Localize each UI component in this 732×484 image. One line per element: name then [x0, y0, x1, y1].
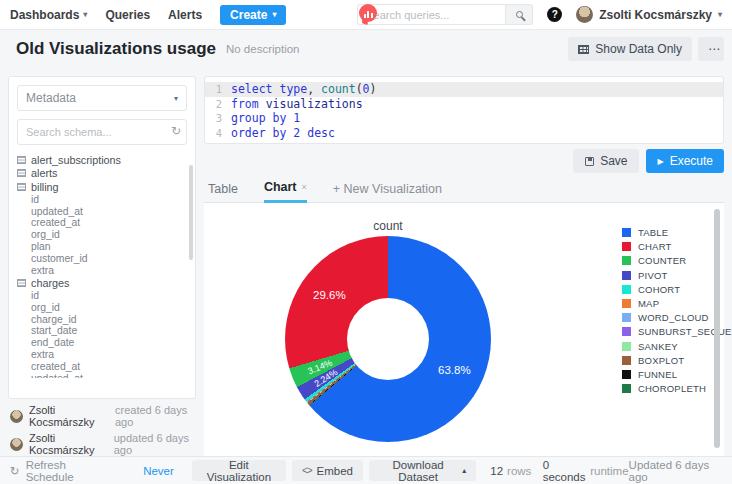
query-footer: ↻ Refresh Schedule Never Edit Visualizat…: [0, 456, 732, 484]
schema-item[interactable]: charge_id: [17, 313, 187, 325]
table-icon: [578, 45, 589, 54]
refresh-schema-icon[interactable]: ↻: [171, 124, 181, 138]
chevron-down-icon: ▾: [718, 10, 722, 19]
donut-chart[interactable]: 63.8%29.6%3.14%2.24%: [285, 236, 491, 442]
query-meta: Zsolti Kocsmárszky created 6 days ago Zs…: [8, 399, 196, 456]
nav-queries[interactable]: Queries: [105, 8, 150, 22]
schema-item[interactable]: start_date: [17, 325, 187, 337]
sql-line[interactable]: 4order by 2 desc: [205, 126, 723, 141]
refresh-icon: ↻: [10, 464, 20, 478]
line-number: 4: [205, 126, 231, 141]
play-icon: ▶: [657, 157, 663, 166]
legend-swatch-icon: [622, 356, 631, 365]
schema-item[interactable]: org_id: [17, 301, 187, 313]
schema-search: ↻: [17, 119, 187, 145]
data-source-select[interactable]: Metadata ▾: [17, 85, 187, 111]
header-actions: Show Data Only ⋯: [568, 37, 724, 61]
main-nav: Dashboards ▾ Queries Alerts Create ▾: [10, 5, 286, 25]
schema-item[interactable]: end_date: [17, 337, 187, 349]
schema-item[interactable]: org_id: [17, 229, 187, 241]
logo-bar-icon: [364, 14, 366, 18]
creator-name[interactable]: Zsolti Kocsmárszky: [29, 404, 109, 428]
schema-item[interactable]: updated_at: [17, 372, 187, 378]
vertical-scrollbar[interactable]: [714, 209, 720, 448]
logo-bar-icon: [371, 13, 373, 18]
sql-line[interactable]: 1select type, count(0): [205, 82, 723, 97]
legend-swatch-icon: [622, 256, 631, 265]
redash-logo[interactable]: [358, 4, 378, 26]
schema-item[interactable]: customer_id: [17, 252, 187, 264]
tab-chart[interactable]: Chart ×: [264, 180, 307, 203]
schema-item[interactable]: extra: [17, 264, 187, 276]
result-stats: 12 rows 0 seconds runtime: [490, 459, 628, 483]
line-number: 3: [205, 111, 231, 126]
avatar: [10, 410, 23, 423]
help-icon[interactable]: ?: [547, 7, 562, 22]
donut-hole: [347, 298, 429, 380]
nav-dashboards[interactable]: Dashboards ▾: [10, 8, 87, 22]
schema-search-input[interactable]: [17, 119, 187, 145]
schema-item[interactable]: charges: [17, 276, 187, 290]
close-icon[interactable]: ×: [302, 182, 307, 192]
page-title: Old Visualizations usage: [16, 39, 216, 59]
schema-item[interactable]: updated_at: [17, 205, 187, 217]
schema-item[interactable]: created_at: [17, 360, 187, 372]
query-description[interactable]: No description: [226, 43, 300, 55]
nav-alerts[interactable]: Alerts: [168, 8, 202, 22]
download-dataset-button[interactable]: Download Dataset ▴: [369, 460, 476, 481]
chart-panel: count 63.8%29.6%3.14%2.24% TABLE CHART: [204, 203, 724, 456]
search-icon: [516, 11, 523, 18]
schema-item[interactable]: created_at: [17, 217, 187, 229]
logo-bar-icon: [367, 11, 369, 18]
schema-item[interactable]: plan: [17, 241, 187, 253]
footer-buttons: Edit Visualization <> Embed Download Dat…: [192, 460, 476, 481]
legend-swatch-icon: [622, 242, 631, 251]
line-number: 1: [205, 82, 231, 97]
sql-line[interactable]: 3group by 1: [205, 111, 723, 126]
schema-item[interactable]: id: [17, 194, 187, 206]
execute-button[interactable]: ▶ Execute: [646, 149, 724, 173]
chevron-down-icon: ▾: [83, 10, 87, 19]
tab-table[interactable]: Table: [208, 182, 238, 202]
schema-item[interactable]: id: [17, 290, 187, 302]
updated-row: Zsolti Kocsmárszky updated 6 days ago: [10, 432, 194, 456]
nav-right: ? Zsolti Kocsmárszky ▾: [357, 4, 722, 25]
legend-swatch-icon: [622, 271, 631, 280]
sql-line[interactable]: 2from visualizations: [205, 97, 723, 112]
code-icon: <>: [302, 465, 312, 476]
embed-button[interactable]: <> Embed: [292, 460, 363, 481]
save-button[interactable]: Save: [573, 149, 639, 173]
chevron-down-icon: ▾: [174, 94, 178, 103]
pie-slice-label: 63.8%: [438, 364, 471, 376]
legend-swatch-icon: [622, 342, 631, 351]
legend-swatch-icon: [622, 370, 631, 379]
table-icon: [17, 279, 26, 287]
schema-scrollbar[interactable]: [189, 165, 193, 260]
tab-new-visualization[interactable]: + New Visualization: [333, 182, 442, 202]
updater-name[interactable]: Zsolti Kocsmárszky: [29, 432, 108, 456]
visualization-tabs: Table Chart × + New Visualization: [204, 178, 724, 203]
more-options-button[interactable]: ⋯: [698, 37, 724, 61]
main-area: 1select type, count(0)2from visualizatio…: [204, 76, 724, 456]
show-data-only-button[interactable]: Show Data Only: [568, 37, 692, 61]
legend-swatch-icon: [622, 327, 631, 336]
create-button[interactable]: Create ▾: [220, 5, 286, 25]
legend-swatch-icon: [622, 228, 631, 237]
schema-item[interactable]: billing: [17, 180, 187, 194]
search-button[interactable]: [505, 4, 533, 25]
created-ago: created 6 days ago: [115, 404, 194, 428]
sql-editor[interactable]: 1select type, count(0)2from visualizatio…: [204, 76, 724, 144]
refresh-schedule: ↻ Refresh Schedule: [10, 459, 107, 483]
row-count: 12: [490, 465, 503, 477]
schema-item[interactable]: alert_subscriptions: [17, 153, 187, 167]
schema-item[interactable]: extra: [17, 349, 187, 361]
search-queries-input[interactable]: [357, 4, 505, 25]
schema-item[interactable]: alerts: [17, 167, 187, 181]
legend-swatch-icon: [622, 285, 631, 294]
logo-balloon: [359, 4, 377, 22]
schema-list: alert_subscriptions alerts billing id: [17, 153, 187, 378]
table-icon: [17, 183, 26, 191]
refresh-schedule-value[interactable]: Never: [143, 465, 174, 477]
user-menu[interactable]: Zsolti Kocsmárszky ▾: [576, 6, 722, 23]
edit-visualization-button[interactable]: Edit Visualization: [192, 460, 286, 481]
